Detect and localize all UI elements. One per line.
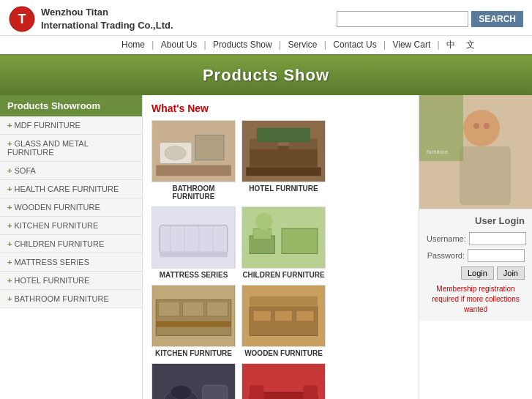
sidebar-item-kitchen[interactable]: KITCHEN FURNITURE: [0, 217, 142, 235]
product-thumb-children: [241, 206, 326, 269]
membership-note: Membership registration required if more…: [427, 284, 525, 315]
search-input[interactable]: [337, 11, 468, 27]
svg-rect-12: [257, 128, 310, 143]
svg-rect-27: [158, 302, 179, 317]
sidebar-item-glass[interactable]: GLASS AND METAL FURNITURE: [0, 135, 142, 162]
svg-rect-14: [160, 225, 228, 254]
svg-rect-34: [274, 311, 292, 322]
whats-new-heading: What's New: [151, 102, 410, 114]
sidebar-item-wooden[interactable]: WOODEN FURNITURE: [0, 198, 142, 217]
product-label-kitchen: KITCHEN FURNITURE: [155, 349, 232, 357]
user-login-title: User Login: [427, 215, 525, 226]
sidebar-item-children[interactable]: CHILDREN FURNITURE: [0, 235, 142, 253]
svg-rect-36: [250, 297, 318, 307]
product-label-wooden: WOODEN FURNITURE: [244, 349, 323, 357]
svg-rect-30: [156, 321, 231, 327]
nav-home[interactable]: Home: [117, 40, 149, 50]
svg-text:furniture: furniture: [427, 149, 449, 155]
svg-rect-23: [282, 229, 318, 254]
svg-point-57: [473, 123, 479, 129]
nav-sep-1: |: [151, 40, 156, 50]
right-photo: furniture: [419, 95, 532, 209]
right-panel: furniture User Login Username: Password:…: [419, 95, 532, 399]
nav-bar: Home | About Us | Products Show | Servic…: [0, 36, 532, 56]
sidebar-item-sofa[interactable]: SOFA: [0, 162, 142, 180]
nav-wen[interactable]: 文: [462, 40, 479, 50]
svg-point-39: [171, 386, 192, 399]
logo-area: T Wenzhou Titan International Trading Co…: [9, 6, 173, 32]
nav-zh[interactable]: 中: [442, 40, 460, 50]
search-area: SEARCH: [337, 11, 523, 27]
join-button[interactable]: Join: [497, 266, 525, 280]
svg-rect-33: [253, 311, 271, 322]
password-input[interactable]: [468, 249, 525, 262]
nav-sep-2: |: [204, 40, 209, 50]
sidebar-title: Products Showroom: [0, 95, 142, 116]
product-hotel[interactable]: HOTEL FURNITURE: [241, 120, 326, 201]
content-area: What's New BATHROOM FURNITURE: [143, 95, 419, 399]
header: T Wenzhou Titan International Trading Co…: [0, 0, 532, 36]
logo-icon: T: [9, 6, 35, 32]
product-label-mattress: MATTRESS SERIES: [160, 271, 228, 279]
product-health[interactable]: HEALTH CARE FURNITURE: [151, 363, 236, 399]
login-buttons: Login Join: [427, 266, 525, 280]
svg-point-24: [255, 213, 272, 230]
login-button[interactable]: Login: [461, 266, 494, 280]
product-thumb-mattress: [151, 206, 236, 269]
product-mattress[interactable]: MATTRESS SERIES: [151, 206, 236, 279]
company-name: Wenzhou Titan International Trading Co.,…: [41, 6, 173, 32]
user-login-box: User Login Username: Password: Login Joi…: [419, 209, 532, 321]
svg-rect-28: [182, 302, 203, 317]
password-label: Password:: [427, 251, 465, 260]
product-thumb-sofa: [241, 363, 326, 399]
product-thumb-kitchen: [151, 285, 236, 347]
page-title: Products Show: [0, 66, 532, 85]
product-sofa[interactable]: SOFA: [241, 363, 326, 399]
sidebar-item-hotel[interactable]: HOTEL FURNITURE: [0, 272, 142, 290]
product-grid: BATHROOM FURNITURE HOTEL FURNITURE: [151, 120, 410, 399]
product-kitchen[interactable]: KITCHEN FURNITURE: [151, 285, 236, 357]
sidebar-item-mattress[interactable]: MATTRESS SERIES: [0, 253, 142, 272]
product-thumb-wooden: [241, 285, 326, 347]
username-input[interactable]: [469, 232, 526, 245]
username-label: Username:: [427, 234, 466, 243]
sidebar-item-mdf[interactable]: MDF FURNITURE: [0, 116, 142, 135]
sidebar-item-bathroom[interactable]: BATHROOM FURNITURE: [0, 290, 142, 308]
svg-rect-11: [246, 168, 321, 176]
svg-text:T: T: [18, 12, 26, 26]
svg-rect-5: [195, 135, 224, 160]
password-row: Password:: [427, 249, 525, 262]
svg-rect-35: [296, 311, 314, 322]
page-title-bar: Products Show: [0, 56, 532, 95]
sidebar: Products Showroom MDF FURNITURE GLASS AN…: [0, 95, 143, 399]
sidebar-item-health[interactable]: HEALTH CARE FURNITURE: [0, 180, 142, 198]
product-label-hotel: HOTEL FURNITURE: [249, 184, 318, 193]
product-thumb-bathroom: [151, 120, 236, 182]
product-thumb-hotel: [241, 120, 326, 182]
nav-cart[interactable]: View Cart: [388, 40, 435, 50]
nav-about[interactable]: About Us: [157, 40, 201, 50]
svg-rect-40: [203, 386, 228, 399]
svg-rect-19: [160, 252, 228, 258]
svg-rect-29: [207, 302, 228, 317]
product-wooden[interactable]: WOODEN FURNITURE: [241, 285, 326, 357]
svg-rect-44: [303, 386, 318, 399]
nav-products[interactable]: Products Show: [209, 40, 277, 50]
username-row: Username:: [427, 232, 525, 245]
main-layout: Products Showroom MDF FURNITURE GLASS AN…: [0, 95, 532, 399]
product-label-children: CHILDREN FURNITURE: [242, 271, 324, 279]
nav-contact[interactable]: Contact Us: [329, 40, 381, 50]
svg-rect-56: [460, 146, 511, 205]
svg-rect-22: [253, 229, 271, 240]
search-button[interactable]: SEARCH: [471, 11, 523, 27]
svg-rect-43: [250, 386, 264, 399]
svg-rect-6: [156, 165, 231, 176]
product-bathroom[interactable]: BATHROOM FURNITURE: [151, 120, 236, 201]
product-thumb-health: [151, 363, 236, 399]
svg-point-55: [463, 110, 500, 146]
product-label-bathroom: BATHROOM FURNITURE: [151, 184, 236, 201]
svg-point-4: [165, 146, 186, 161]
product-children[interactable]: CHILDREN FURNITURE: [241, 206, 326, 279]
svg-point-58: [484, 123, 490, 129]
nav-service[interactable]: Service: [283, 40, 321, 50]
